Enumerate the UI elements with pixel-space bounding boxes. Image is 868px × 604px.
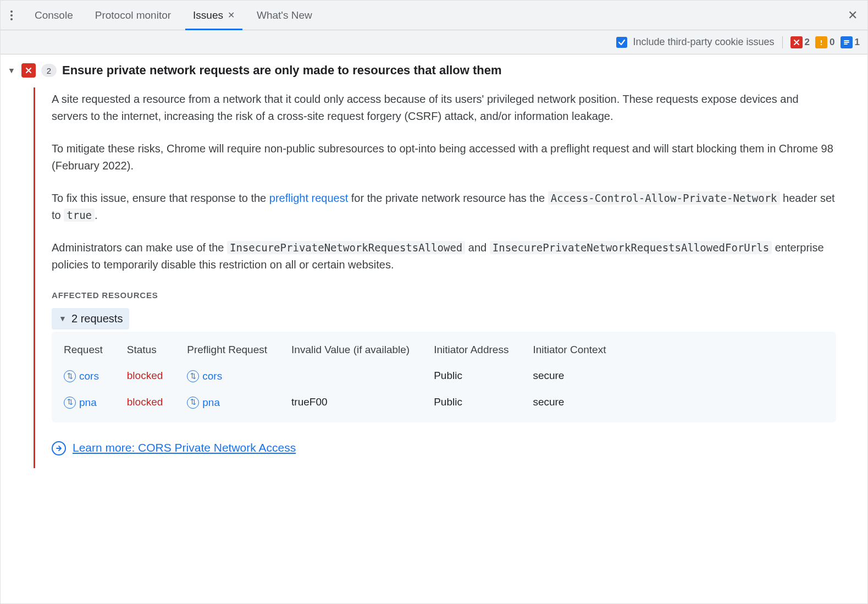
col-preflight: Preflight Request bbox=[175, 337, 279, 362]
requests-table: Request Status Preflight Request Invalid… bbox=[52, 337, 618, 415]
request-link[interactable]: ⇅cors bbox=[64, 368, 99, 384]
requests-toggle[interactable]: ▼ 2 requests bbox=[52, 308, 129, 330]
table-row: ⇅pna blocked ⇅pna trueF00 Public secure bbox=[52, 388, 618, 415]
invalid-cell: trueF00 bbox=[279, 388, 422, 415]
issues-pane[interactable]: ▼ 2 Ensure private network requests are … bbox=[1, 54, 867, 603]
tab-protocol-monitor[interactable]: Protocol monitor bbox=[85, 1, 181, 30]
issue-count-badge: 2 bbox=[41, 64, 57, 77]
svg-point-0 bbox=[10, 10, 13, 13]
more-menu-icon[interactable] bbox=[5, 9, 18, 22]
tab-bar: Console Protocol monitor Issues ✕ What's… bbox=[1, 1, 867, 30]
close-panel-icon[interactable]: ✕ bbox=[842, 8, 863, 23]
issue-title: Ensure private network requests are only… bbox=[62, 63, 502, 78]
svg-rect-3 bbox=[821, 40, 822, 43]
arrow-right-icon bbox=[52, 441, 66, 455]
col-invalid: Invalid Value (if available) bbox=[279, 337, 422, 362]
code-policy: InsecurePrivateNetworkRequestsAllowed bbox=[227, 241, 465, 254]
table-row: ⇅cors blocked ⇅cors Public secure bbox=[52, 363, 618, 389]
tab-label: Protocol monitor bbox=[95, 9, 171, 21]
issue-paragraph: Administrators can make use of the Insec… bbox=[52, 239, 836, 273]
network-icon: ⇅ bbox=[64, 370, 76, 382]
col-status: Status bbox=[115, 337, 175, 362]
preflight-link[interactable]: ⇅cors bbox=[187, 368, 222, 384]
requests-table-wrap: Request Status Preflight Request Invalid… bbox=[52, 332, 836, 422]
initiator-addr-cell: Public bbox=[422, 363, 521, 389]
error-count-value: 2 bbox=[805, 37, 810, 48]
code-header-value: true bbox=[64, 208, 95, 222]
status-cell: blocked bbox=[115, 363, 175, 389]
learn-more-link[interactable]: Learn more: CORS Private Network Access bbox=[73, 439, 296, 457]
invalid-cell bbox=[279, 363, 422, 389]
error-icon bbox=[21, 63, 36, 78]
issues-toolbar: Include third-party cookie issues 2 0 1 bbox=[1, 30, 867, 54]
warning-badge-icon bbox=[815, 36, 827, 48]
tab-label: Console bbox=[35, 9, 73, 21]
learn-more-row: Learn more: CORS Private Network Access bbox=[52, 439, 836, 457]
preflight-link[interactable]: ⇅pna bbox=[187, 394, 220, 410]
svg-rect-4 bbox=[821, 44, 822, 45]
devtools-window: Console Protocol monitor Issues ✕ What's… bbox=[0, 0, 868, 604]
col-initiator-ctx: Initiator Context bbox=[521, 337, 618, 362]
divider bbox=[782, 36, 783, 48]
include-third-party-label: Include third-party cookie issues bbox=[633, 36, 774, 48]
code-policy: InsecurePrivateNetworkRequestsAllowedFor… bbox=[490, 241, 772, 254]
initiator-addr-cell: Public bbox=[422, 388, 521, 415]
tab-console[interactable]: Console bbox=[25, 1, 83, 30]
network-icon: ⇅ bbox=[187, 397, 199, 409]
network-icon: ⇅ bbox=[187, 370, 199, 382]
tab-issues[interactable]: Issues ✕ bbox=[183, 1, 245, 30]
request-link[interactable]: ⇅pna bbox=[64, 394, 97, 410]
warning-count-value: 0 bbox=[830, 37, 834, 48]
tab-label: What's New bbox=[257, 9, 312, 21]
issue-body: A site requested a resource from a netwo… bbox=[34, 87, 836, 468]
preflight-request-link[interactable]: preflight request bbox=[269, 192, 348, 204]
requests-toggle-label: 2 requests bbox=[71, 310, 123, 327]
error-badge-icon bbox=[790, 36, 803, 48]
tab-label: Issues bbox=[193, 9, 223, 21]
error-count[interactable]: 2 bbox=[790, 36, 810, 48]
table-header-row: Request Status Preflight Request Invalid… bbox=[52, 337, 618, 362]
chevron-down-icon: ▼ bbox=[58, 313, 67, 325]
col-request: Request bbox=[52, 337, 115, 362]
initiator-ctx-cell: secure bbox=[521, 363, 618, 389]
issue-paragraph: A site requested a resource from a netwo… bbox=[52, 91, 836, 125]
close-icon[interactable]: ✕ bbox=[228, 10, 235, 20]
issue-header[interactable]: ▼ 2 Ensure private network requests are … bbox=[7, 63, 855, 78]
tab-whats-new[interactable]: What's New bbox=[247, 1, 322, 30]
network-icon: ⇅ bbox=[64, 397, 76, 409]
status-cell: blocked bbox=[115, 388, 175, 415]
svg-point-1 bbox=[10, 14, 13, 17]
include-third-party-checkbox[interactable] bbox=[616, 37, 627, 48]
code-header-name: Access-Control-Allow-Private-Network bbox=[548, 191, 780, 205]
svg-point-2 bbox=[10, 18, 13, 20]
info-badge-icon bbox=[841, 36, 853, 48]
issue-paragraph: To fix this issue, ensure that response … bbox=[52, 190, 836, 224]
warning-count[interactable]: 0 bbox=[815, 36, 834, 48]
col-initiator-addr: Initiator Address bbox=[422, 337, 521, 362]
affected-resources-label: AFFECTED RESOURCES bbox=[52, 289, 836, 301]
info-count[interactable]: 1 bbox=[841, 36, 860, 48]
info-count-value: 1 bbox=[855, 37, 860, 48]
issue-paragraph: To mitigate these risks, Chrome will req… bbox=[52, 140, 836, 174]
expand-icon[interactable]: ▼ bbox=[7, 66, 16, 75]
initiator-ctx-cell: secure bbox=[521, 388, 618, 415]
